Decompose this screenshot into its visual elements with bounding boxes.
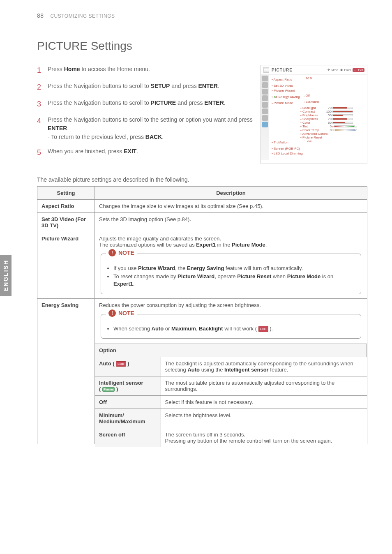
osd-enter-label: Enter — [344, 69, 351, 72]
option-name: Minimum/ Medium/Maximum — [95, 409, 161, 428]
setting-desc: Sets the 3D imaging option (See p.84). — [95, 213, 367, 232]
osd-side-icon — [262, 89, 268, 95]
osd-title-icon — [263, 67, 269, 73]
settings-table: Setting Description Aspect Ratio Changes… — [37, 186, 367, 444]
osd-value: : 16:9 — [304, 76, 312, 83]
osd-value: : Low — [304, 139, 311, 145]
step-2: 2 Press the Navigation buttons to scroll… — [37, 82, 256, 93]
osd-item: • TruMotion — [272, 141, 303, 144]
energy-options-table: Option Auto ( LCD ) The backlight is adj… — [95, 344, 367, 447]
note-box: ! NOTE If you use Picture Wizard, the En… — [101, 254, 361, 294]
th-description: Description — [95, 187, 367, 200]
osd-move-label: Move — [332, 69, 339, 72]
option-header: Option — [95, 344, 367, 357]
page-header: 88 CUSTOMIZING SETTINGS — [37, 12, 367, 19]
osd-item: • Screen (RGB-PC) — [272, 147, 364, 150]
setting-name: Picture Wizard — [37, 232, 95, 299]
osd-item: • LED Local Dimming — [272, 152, 364, 155]
option-desc: The screen turns off in 3 seconds. Press… — [161, 428, 367, 447]
note-tag: ! NOTE — [106, 309, 137, 317]
osd-move-icon: ✥ — [327, 68, 330, 72]
osd-title: PICTURE — [272, 68, 293, 72]
osd-slider: • Contrast100 — [300, 110, 364, 113]
osd-exit-button: ꈤ Exit — [353, 68, 364, 72]
note-box: ! NOTE When selecting Auto or Maximum, B… — [101, 314, 361, 339]
osd-side-icon — [262, 82, 268, 88]
osd-slider: • Brightness50 — [300, 113, 364, 117]
step-text: Press the Navigation buttons to scroll t… — [48, 82, 256, 93]
note-tag: ! NOTE — [106, 249, 137, 256]
desc-text: Reduces the power consumption by adjusti… — [99, 302, 363, 308]
note-icon: ! — [108, 249, 116, 256]
osd-slider: • Color Temp.0WC — [300, 128, 364, 132]
osd-side-icon — [262, 76, 268, 81]
lcd-icon: LCD — [258, 326, 268, 332]
osd-item: • e⌀ Energy Saving — [272, 95, 303, 99]
settings-intro: The available picture settings are descr… — [37, 176, 367, 183]
step-4: 4 Press the Navigation buttons to scroll… — [37, 115, 256, 141]
osd-item: • Advanced Control — [300, 132, 364, 136]
setting-desc: Reduces the power consumption by adjusti… — [95, 298, 367, 444]
osd-item: • Picture Mode — [272, 101, 303, 105]
step-text: Press the Navigation buttons to scroll t… — [48, 115, 256, 141]
step-num: 2 — [37, 82, 48, 93]
osd-value: : Standard — [304, 100, 319, 106]
osd-enter-icon: ◉ — [340, 68, 343, 72]
osd-item: • Picture Wizard — [272, 89, 364, 92]
osd-side-icon — [262, 122, 268, 127]
step-5: 5 When you are finished, press EXIT. — [37, 147, 256, 158]
setting-desc: Changes the image size to view images at… — [95, 200, 367, 213]
step-num: 5 — [37, 147, 48, 158]
steps-list: 1 Press Home to access the Home menu. 2 … — [37, 65, 256, 164]
option-desc: The most suitable picture is automatical… — [161, 376, 367, 395]
osd-side-icon — [262, 102, 268, 108]
osd-item: • Picture Reset — [300, 136, 364, 139]
setting-desc: Adjusts the image quality and calibrates… — [95, 232, 367, 299]
th-setting: Setting — [37, 187, 95, 200]
step-num: 3 — [37, 99, 48, 110]
note-icon: ! — [108, 309, 116, 317]
setting-name: Aspect Ratio — [37, 200, 95, 213]
option-name: Auto ( LCD ) — [95, 357, 161, 376]
note-item: To reset changes made by Picture Wizard,… — [113, 273, 356, 288]
page-number: 88 — [37, 12, 44, 19]
note-item: When selecting Auto or Maximum, Backligh… — [113, 325, 356, 332]
desc-text: Adjusts the image quality and calibrates… — [99, 235, 363, 248]
osd-side-icon — [262, 115, 268, 121]
note-label: NOTE — [118, 310, 134, 316]
osd-item: • Set 3D Video — [272, 84, 364, 88]
step-text: When you are finished, press EXIT. — [48, 147, 256, 158]
step-text: Press the Navigation buttons to scroll t… — [48, 99, 256, 110]
osd-item: • Aspect Ratio — [272, 78, 303, 81]
step-1: 1 Press Home to access the Home menu. — [37, 65, 256, 76]
osd-slider: • Backlight70 — [300, 106, 364, 110]
osd-slider: • Color60 — [300, 121, 364, 125]
note-label: NOTE — [118, 249, 134, 256]
osd-side-icon — [262, 108, 268, 114]
option-name: Screen off — [95, 428, 161, 447]
osd-menu-preview: PICTURE ✥Move ◉Enter ꈤ Exit — [261, 65, 367, 164]
osd-slider: • Sharpness70 — [300, 117, 364, 121]
osd-side-icons — [261, 75, 269, 160]
note-item: If you use Picture Wizard, the Energy Sa… — [113, 265, 356, 272]
step-num: 1 — [37, 65, 48, 76]
option-name: Intelligent sensor( Plasma ) — [95, 376, 161, 395]
osd-side-icon — [262, 95, 268, 101]
step-num: 4 — [37, 115, 48, 141]
section-title: PICTURE Settings — [37, 39, 367, 53]
setting-name: Energy Saving — [37, 298, 95, 444]
header-section: CUSTOMIZING SETTINGS — [50, 13, 115, 19]
option-desc: Select if this feature is not necessary. — [161, 395, 367, 409]
osd-slider: • Tint0RG — [300, 125, 364, 128]
step-text: Press Home to access the Home menu. — [48, 65, 256, 76]
option-desc: The backlight is adjusted automatically … — [161, 357, 367, 376]
option-desc: Selects the brightness level. — [161, 409, 367, 428]
setting-name: Set 3D Video (For 3D TV) — [37, 213, 95, 232]
option-name: Off — [95, 395, 161, 409]
osd-value: : Off — [304, 94, 310, 100]
step-3: 3 Press the Navigation buttons to scroll… — [37, 99, 256, 110]
